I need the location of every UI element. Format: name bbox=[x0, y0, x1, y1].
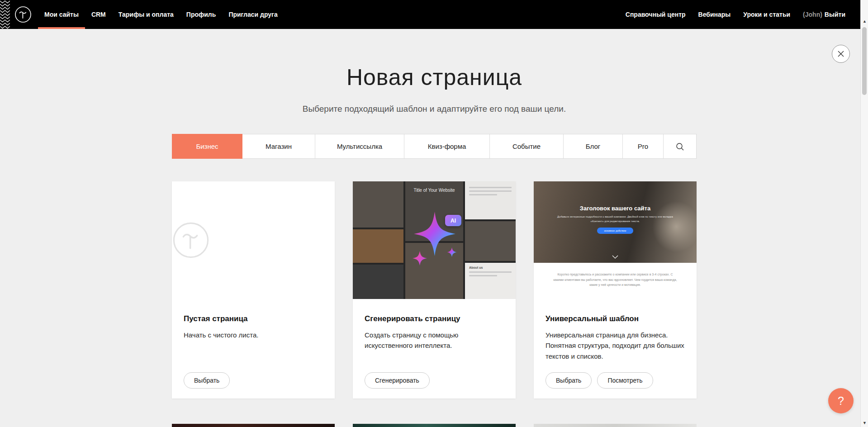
card-body: Универсальный шаблон Универсальная стран… bbox=[534, 299, 697, 361]
nav-item-crm[interactable]: CRM bbox=[85, 0, 112, 29]
preview-body-text: Коротко представьтесь и расскажите о ком… bbox=[534, 263, 697, 299]
select-button[interactable]: Выбрать bbox=[545, 372, 592, 389]
preview-hero-button: основное действие bbox=[597, 228, 633, 234]
nav-item-profile[interactable]: Профиль bbox=[180, 0, 223, 29]
question-icon: ? bbox=[838, 394, 844, 408]
zigzag-pattern bbox=[0, 0, 10, 29]
generate-button[interactable]: Сгенерировать bbox=[365, 372, 430, 389]
tab-multilink[interactable]: Мультиссылка bbox=[315, 134, 404, 159]
card-buttons: Выбрать Посмотреть bbox=[545, 372, 653, 389]
close-button[interactable] bbox=[832, 45, 850, 63]
close-icon bbox=[837, 50, 844, 57]
nav-item-help-center[interactable]: Справочный центр bbox=[619, 0, 692, 29]
ai-badge: AI bbox=[445, 215, 461, 226]
preview-hero-title: Заголовок вашего сайта bbox=[534, 181, 697, 212]
tab-quiz[interactable]: Квиз-форма bbox=[404, 134, 490, 159]
tilda-logo-icon bbox=[14, 6, 32, 23]
tab-search[interactable] bbox=[664, 134, 697, 159]
user-logout-link[interactable]: (John) Выйти bbox=[797, 0, 852, 29]
tab-blog[interactable]: Блог bbox=[564, 134, 623, 159]
nav-item-my-sites[interactable]: Мои сайты bbox=[38, 0, 85, 29]
next-template-row bbox=[172, 424, 697, 427]
template-hero-preview: Заголовок вашего сайта Добавьте интересн… bbox=[534, 181, 697, 263]
collage-tile bbox=[353, 229, 403, 263]
card-body: Пустая страница Начать с чистого листа. bbox=[172, 299, 335, 340]
user-name: (John) bbox=[803, 11, 822, 18]
nav-item-label: Тарифы и оплата bbox=[119, 11, 174, 18]
card-preview bbox=[172, 181, 335, 299]
nav-item-pricing[interactable]: Тарифы и оплата bbox=[112, 0, 180, 29]
card-description: Создать страницу с помощью искусственног… bbox=[365, 330, 504, 351]
template-thumbnail[interactable] bbox=[353, 424, 516, 427]
nav-item-label: Уроки и статьи bbox=[743, 11, 790, 18]
primary-nav: Мои сайты CRM Тарифы и оплата Профиль Пр… bbox=[38, 0, 284, 29]
card-universal-template[interactable]: Заголовок вашего сайта Добавьте интересн… bbox=[534, 181, 697, 399]
tab-shop[interactable]: Магазин bbox=[242, 134, 315, 159]
preview-button[interactable]: Посмотреть bbox=[597, 372, 653, 389]
tab-business[interactable]: Бизнес bbox=[172, 134, 242, 159]
tab-pro[interactable]: Pro bbox=[623, 134, 664, 159]
nav-item-label: Пригласи друга bbox=[228, 11, 277, 18]
nav-item-lessons[interactable]: Уроки и статьи bbox=[737, 0, 797, 29]
new-page-modal: Новая страница Выберите подходящий шабло… bbox=[172, 29, 697, 427]
tilda-logo[interactable] bbox=[14, 6, 32, 23]
scrollbar[interactable]: ▲ ▼ bbox=[860, 0, 868, 427]
page-title: Новая страница bbox=[172, 29, 697, 90]
nav-item-label: Справочный центр bbox=[626, 11, 686, 18]
card-buttons: Сгенерировать bbox=[365, 372, 430, 389]
card-preview: Заголовок вашего сайта Добавьте интересн… bbox=[534, 181, 697, 299]
ai-sparkle-icon bbox=[405, 209, 473, 281]
card-description: Универсальная страница для бизнеса. Поня… bbox=[545, 330, 685, 361]
scrollbar-thumb[interactable] bbox=[862, 27, 867, 95]
secondary-nav: Справочный центр Вебинары Уроки и статьи… bbox=[619, 0, 868, 29]
tab-event[interactable]: Событие bbox=[490, 134, 564, 159]
help-button[interactable]: ? bbox=[828, 388, 854, 413]
search-icon bbox=[675, 142, 684, 151]
chevron-down-icon bbox=[612, 255, 618, 259]
card-title: Универсальный шаблон bbox=[545, 314, 685, 323]
scroll-down-arrow[interactable]: ▼ bbox=[861, 420, 868, 426]
card-buttons: Выбрать bbox=[184, 372, 230, 389]
logout-label: Выйти bbox=[825, 11, 845, 18]
nav-item-label: CRM bbox=[91, 11, 106, 18]
nav-item-label: Вебинары bbox=[698, 11, 731, 18]
card-description: Начать с чистого листа. bbox=[184, 330, 323, 340]
scroll-up-arrow[interactable]: ▲ bbox=[861, 18, 868, 24]
nav-item-label: Профиль bbox=[186, 11, 216, 18]
template-category-tabs: Бизнес Магазин Мультиссылка Квиз-форма С… bbox=[172, 134, 697, 159]
card-title: Сгенерировать страницу bbox=[365, 314, 504, 323]
nav-item-invite-friend[interactable]: Пригласи друга bbox=[222, 0, 284, 29]
card-title: Пустая страница bbox=[184, 314, 323, 323]
tilda-watermark-icon bbox=[172, 221, 210, 259]
card-preview: About us Title of Your Website bbox=[353, 181, 516, 299]
nav-item-label: Мои сайты bbox=[44, 11, 79, 18]
page-subtitle: Выберите подходящий шаблон и адаптируйте… bbox=[172, 104, 697, 114]
template-cards-row: Пустая страница Начать с чистого листа. … bbox=[172, 181, 697, 399]
select-button[interactable]: Выбрать bbox=[184, 372, 230, 389]
preview-site-title: Title of Your Website bbox=[353, 188, 516, 193]
collage-tile bbox=[353, 265, 403, 299]
template-thumbnail[interactable] bbox=[534, 424, 697, 427]
card-body: Сгенерировать страницу Создать страницу … bbox=[353, 299, 516, 351]
card-ai-generate[interactable]: About us Title of Your Website bbox=[353, 181, 516, 399]
template-thumbnail[interactable] bbox=[172, 424, 335, 427]
top-navbar: Мои сайты CRM Тарифы и оплата Профиль Пр… bbox=[0, 0, 868, 29]
nav-item-webinars[interactable]: Вебинары bbox=[692, 0, 737, 29]
card-blank-page[interactable]: Пустая страница Начать с чистого листа. … bbox=[172, 181, 335, 399]
preview-hero-text: Добавьте интересные подробности о вашей … bbox=[556, 215, 674, 223]
